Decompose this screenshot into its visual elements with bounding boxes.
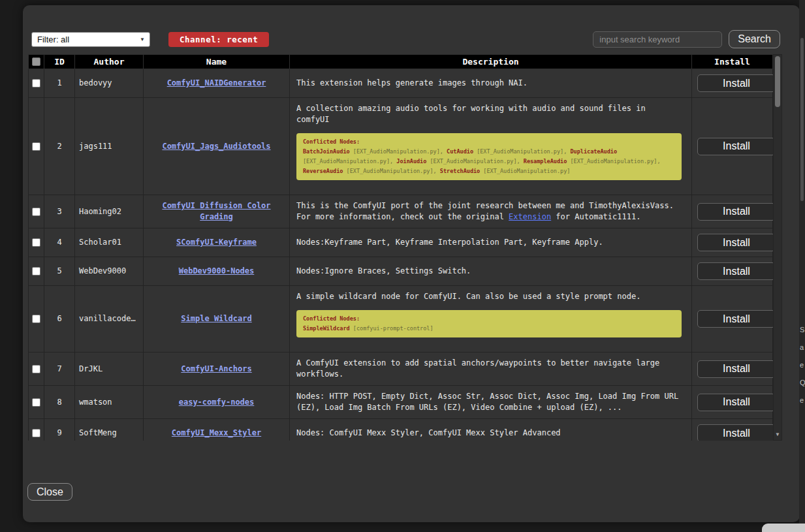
row-author: DrJKL	[75, 352, 144, 386]
row-checkbox[interactable]	[32, 315, 40, 323]
conflict-node-name: CutAudio	[447, 148, 473, 155]
conflict-node-name: DuplicateAudio	[570, 148, 617, 155]
row-author: WebDev9000	[75, 257, 144, 286]
channel-badge: Channel: recent	[168, 32, 269, 47]
row-description: A ComfyUI extension to add spatial ancho…	[290, 352, 692, 386]
select-all-checkbox[interactable]	[32, 57, 40, 66]
conflict-node-source: [EXT_AudioManipulation.py],	[567, 158, 660, 164]
col-header-description: Description	[290, 55, 692, 69]
row-description: Nodes: HTTP POST, Empty Dict, Assoc Str,…	[290, 386, 692, 419]
row-checkbox[interactable]	[32, 398, 40, 407]
conflict-node-name: BatchJoinAudio	[303, 148, 350, 155]
row-checkbox[interactable]	[32, 267, 40, 275]
chevron-down-icon: ▼	[140, 37, 150, 42]
install-button[interactable]: Install	[697, 394, 776, 411]
scrollbar-thumb[interactable]	[775, 56, 780, 107]
node-name-link[interactable]: WebDev9000-Nodes	[179, 266, 255, 275]
node-name-link[interactable]: easy-comfy-nodes	[179, 398, 255, 407]
page-scrollbar-thumb[interactable]	[800, 38, 804, 201]
table-row: 1bedovyyComfyUI_NAIDGeneratorThis extens…	[29, 69, 773, 98]
conflict-node-name: StretchAudio	[440, 168, 480, 174]
toolbar: Filter: all ▼ Channel: recent Search	[23, 5, 800, 48]
node-name-link[interactable]: ComfyUI Diffusion Color Grading	[162, 201, 270, 221]
col-header-id: ID	[44, 55, 75, 69]
scroll-down-arrow-icon[interactable]: ▼	[774, 431, 781, 438]
conflict-node-name: JoinAudio	[396, 158, 426, 164]
search-button[interactable]: Search	[729, 30, 780, 48]
table-row: 7DrJKLComfyUI-AnchorsA ComfyUI extension…	[29, 352, 773, 386]
row-checkbox[interactable]	[32, 365, 40, 373]
conflict-node-name: ResampleAudio	[524, 158, 567, 164]
row-author: wmatson	[75, 386, 144, 419]
table-row: 6vanillacode…Simple WildcardA simple wil…	[29, 286, 773, 352]
row-description: This extension helps generate images thr…	[290, 69, 692, 98]
conflict-node-source: [EXT_AudioManipulation.py],	[343, 168, 439, 174]
row-checkbox[interactable]	[32, 238, 40, 247]
node-name-link[interactable]: SComfyUI-Keyframe	[176, 238, 257, 247]
install-button[interactable]: Install	[697, 262, 776, 280]
filter-select[interactable]: Filter: all ▼	[31, 32, 150, 47]
row-id: 5	[44, 257, 75, 286]
node-name-link[interactable]: Simple Wildcard	[181, 314, 251, 323]
conflict-node-source: [EXT_AudioManipulation.py]	[480, 168, 570, 174]
table-row: 3Haoming02ComfyUI Diffusion Color Gradin…	[29, 195, 773, 228]
node-name-link[interactable]: ComfyUI_Jags_Audiotools	[162, 142, 270, 151]
background-menu-text: SaeQe	[800, 321, 805, 409]
row-author: bedovyy	[75, 69, 144, 98]
node-name-link[interactable]: ComfyUI_NAIDGenerator	[167, 78, 266, 87]
table-body: 1bedovyyComfyUI_NAIDGeneratorThis extens…	[29, 69, 773, 441]
install-button[interactable]: Install	[697, 74, 776, 92]
description-text: This extension helps generate images thr…	[296, 78, 528, 87]
description-text: A ComfyUI extension to add spatial ancho…	[296, 358, 659, 379]
conflicted-nodes-box: Conflicted Nodes:SimpleWildcard [comfyui…	[296, 310, 682, 337]
row-description: Nodes:Keyframe Part, Keyframe Interpolat…	[290, 228, 692, 257]
install-button[interactable]: Install	[697, 310, 776, 328]
row-id: 3	[44, 195, 75, 228]
description-text: Nodes: ComfyUI Mexx Styler, ComfyUI Mexx…	[296, 428, 561, 437]
row-author: jags111	[75, 98, 144, 195]
row-checkbox[interactable]	[32, 429, 40, 437]
description-link[interactable]: Extension	[509, 212, 551, 221]
row-id: 2	[44, 98, 75, 195]
conflict-node-name: SimpleWildcard	[303, 325, 350, 332]
row-checkbox[interactable]	[32, 208, 40, 216]
install-custom-nodes-dialog: Filter: all ▼ Channel: recent Search	[23, 5, 800, 522]
row-author: Haoming02	[75, 195, 144, 228]
table-row: 5WebDev9000WebDev9000-NodesNodes:Ignore …	[29, 257, 773, 286]
row-id: 1	[44, 69, 75, 98]
row-description: A collection amazing audio tools for wor…	[290, 98, 692, 195]
description-text: A simple wildcard node for ComfyUI. Can …	[296, 292, 640, 301]
install-button[interactable]: Install	[697, 360, 776, 378]
table-row: 8wmatsoneasy-comfy-nodesNodes: HTTP POST…	[29, 386, 773, 419]
node-name-link[interactable]: ComfyUI_Mexx_Styler	[172, 428, 261, 437]
install-button[interactable]: Install	[697, 203, 776, 221]
row-description: This is the ComfyUI port of the joint re…	[290, 195, 692, 228]
search-input[interactable]	[593, 31, 722, 48]
conflict-title: Conflicted Nodes:	[303, 314, 675, 324]
table-row: 2jags111ComfyUI_Jags_AudiotoolsA collect…	[29, 98, 773, 195]
close-button[interactable]: Close	[27, 483, 72, 501]
table-row: 9SoftMengComfyUI_Mexx_StylerNodes: Comfy…	[29, 419, 773, 441]
filter-select-value: Filter: all	[32, 35, 69, 44]
row-author: SoftMeng	[75, 419, 144, 441]
install-button[interactable]: Install	[697, 138, 776, 155]
conflict-node-source: [EXT_AudioManipulation.py],	[473, 148, 570, 155]
conflict-node-source: [comfyui-prompt-control]	[350, 325, 434, 332]
conflicted-nodes-box: Conflicted Nodes:BatchJoinAudio [EXT_Aud…	[296, 133, 682, 180]
row-checkbox[interactable]	[32, 79, 40, 87]
row-checkbox[interactable]	[32, 142, 40, 151]
node-name-link[interactable]: ComfyUI-Anchors	[181, 364, 251, 373]
install-button[interactable]: Install	[697, 424, 776, 441]
conflict-node-source: [EXT_AudioManipulation.py],	[426, 158, 523, 164]
description-text: for Automatic1111.	[551, 212, 640, 221]
description-text: Nodes:Ignore Braces, Settings Switch.	[296, 266, 471, 275]
description-text: Nodes: HTTP POST, Empty Dict, Assoc Str,…	[296, 392, 678, 412]
table-scrollbar[interactable]: ▼	[773, 54, 782, 441]
row-description: Nodes:Ignore Braces, Settings Switch.	[290, 257, 692, 286]
row-id: 8	[44, 386, 75, 419]
install-button[interactable]: Install	[697, 234, 776, 251]
row-author: vanillacode…	[75, 286, 144, 352]
row-id: 7	[44, 352, 75, 386]
conflict-node-source: [EXT_AudioManipulation.py],	[303, 158, 396, 164]
col-header-name: Name	[144, 55, 290, 69]
